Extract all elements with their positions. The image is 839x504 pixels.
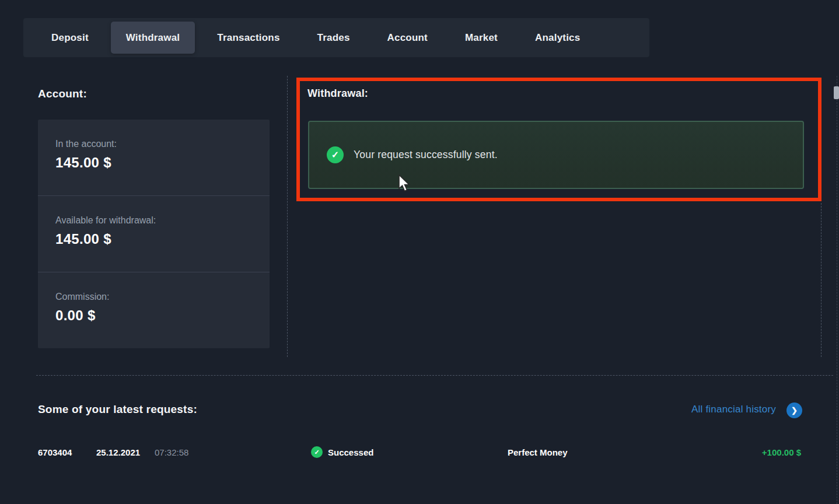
stat-commission: Commission: 0.00 $ xyxy=(38,272,270,348)
status-label: Successed xyxy=(328,447,373,457)
stat-label: Available for withdrawal: xyxy=(55,215,270,226)
request-table-row[interactable]: 6703404 25.12.2021 07:32:58 ✓ Successed … xyxy=(0,444,839,460)
request-status: ✓ Successed xyxy=(311,444,373,460)
withdrawal-panel-title: Withdrawal: xyxy=(307,88,368,100)
stat-value: 0.00 $ xyxy=(55,307,270,324)
tab-analytics[interactable]: Analytics xyxy=(520,22,595,54)
scrollbar-thumb[interactable] xyxy=(834,86,839,99)
all-financial-history-link[interactable]: All financial history xyxy=(691,404,776,415)
tab-account[interactable]: Account xyxy=(372,22,443,54)
tab-market[interactable]: Market xyxy=(450,22,513,54)
stat-label: Commission: xyxy=(55,292,270,302)
latest-requests-title: Some of your latest requests: xyxy=(38,403,197,416)
account-balance-card: In the account: 145.00 $ Available for w… xyxy=(38,120,270,348)
request-id: 6703404 xyxy=(38,444,72,460)
success-message-text: Your request successfully sent. xyxy=(354,149,498,161)
stat-in-the-account: In the account: 145.00 $ xyxy=(38,120,270,196)
tab-withdrawal[interactable]: Withdrawal xyxy=(111,22,195,54)
withdrawal-page: Deposit Withdrawal Transactions Trades A… xyxy=(0,0,839,504)
tab-transactions[interactable]: Transactions xyxy=(202,22,295,54)
status-check-icon: ✓ xyxy=(311,446,323,458)
stat-value: 145.00 $ xyxy=(55,231,270,247)
panel-divider-vertical-right xyxy=(821,203,821,357)
stat-value: 145.00 $ xyxy=(55,155,270,171)
tab-trades[interactable]: Trades xyxy=(302,22,365,54)
chevron-right-icon: ❯ xyxy=(791,406,798,415)
main-tabbar: Deposit Withdrawal Transactions Trades A… xyxy=(23,18,649,57)
request-payment-method: Perfect Money xyxy=(508,444,568,460)
tab-deposit[interactable]: Deposit xyxy=(36,22,104,54)
success-check-icon: ✓ xyxy=(327,146,344,163)
stat-label: In the account: xyxy=(55,139,270,149)
success-message-box: ✓ Your request successfully sent. xyxy=(308,121,804,189)
request-time: 07:32:58 xyxy=(155,444,188,460)
history-arrow-button[interactable]: ❯ xyxy=(786,402,802,418)
panel-divider-vertical xyxy=(287,76,288,357)
screen-edge-divider xyxy=(837,76,837,504)
stat-available-for-withdrawal: Available for withdrawal: 145.00 $ xyxy=(38,196,270,272)
request-amount: +100.00 $ xyxy=(757,444,801,460)
request-date: 25.12.2021 xyxy=(96,444,140,460)
account-panel-title: Account: xyxy=(38,88,87,100)
section-divider-horizontal xyxy=(36,375,833,376)
mouse-cursor-icon xyxy=(398,174,411,193)
